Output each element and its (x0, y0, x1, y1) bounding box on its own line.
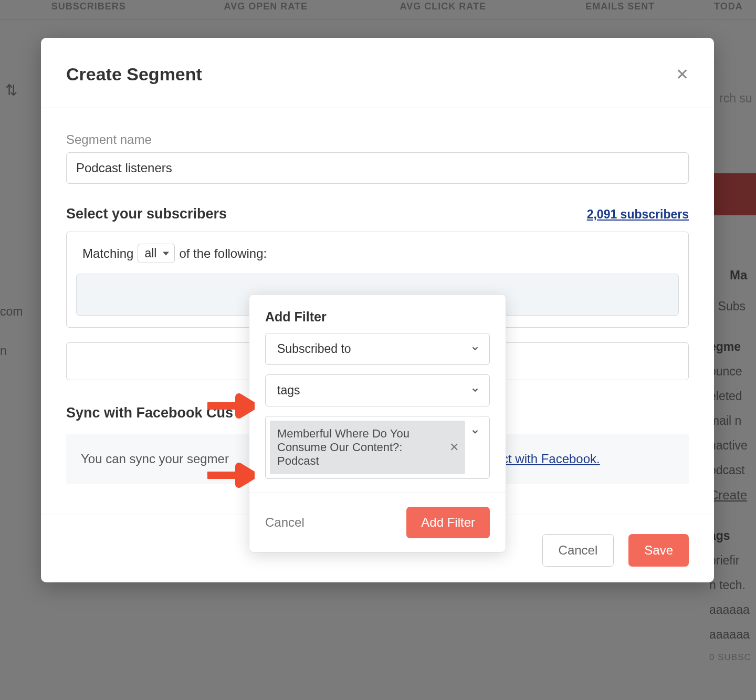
selected-tag-chip: Memberful Where Do You Consume Our Conte… (270, 421, 465, 474)
filter-tag-select[interactable]: Memberful Where Do You Consume Our Conte… (265, 416, 490, 479)
chevron-down-icon (470, 427, 480, 438)
matching-post-text: of the following: (179, 246, 267, 261)
remove-tag-icon[interactable]: ✕ (449, 441, 459, 454)
sync-text: You can sync your segmer (81, 452, 229, 466)
filter-condition-value: Subscribed to (277, 342, 351, 356)
chevron-down-icon (470, 342, 480, 356)
matching-row: Matching all of the following: (67, 232, 688, 274)
select-subscribers-title: Select your subscribers (66, 206, 227, 222)
add-filter-popover: Add Filter Subscribed to tags Memberful … (249, 294, 506, 552)
modal-title: Create Segment (66, 64, 202, 85)
save-button[interactable]: Save (628, 534, 689, 567)
chevron-down-icon (470, 383, 480, 398)
popover-footer: Cancel Add Filter (249, 493, 506, 552)
subscriber-count-link[interactable]: 2,091 subscribers (587, 207, 689, 222)
filter-condition-select[interactable]: Subscribed to (265, 333, 490, 365)
segment-name-input[interactable] (66, 152, 689, 184)
popover-cancel-button[interactable]: Cancel (265, 515, 304, 530)
popover-add-filter-button[interactable]: Add Filter (406, 507, 490, 538)
segment-name-label: Segment name (66, 132, 689, 147)
close-icon[interactable]: ✕ (676, 65, 689, 83)
popover-title: Add Filter (265, 309, 490, 325)
selected-tag-label: Memberful Where Do You Consume Our Conte… (277, 427, 410, 467)
modal-header: Create Segment ✕ (41, 38, 714, 108)
cancel-button[interactable]: Cancel (542, 534, 614, 567)
filter-type-select[interactable]: tags (265, 374, 490, 406)
matching-pre-text: Matching (82, 246, 133, 261)
filter-type-value: tags (277, 383, 300, 397)
matching-mode-select[interactable]: all (138, 244, 175, 263)
